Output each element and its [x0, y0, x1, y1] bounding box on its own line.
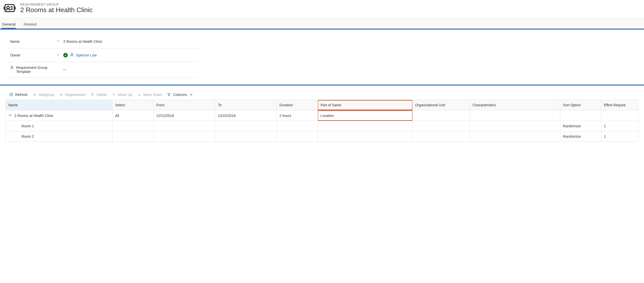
cell-effort[interactable] [601, 110, 638, 121]
tab-related[interactable]: Related [23, 21, 37, 29]
cell-effort[interactable]: 1 [601, 121, 638, 131]
required-indicator: * [57, 39, 61, 44]
name-label: Name [10, 39, 19, 44]
col-header-select[interactable]: Select [113, 100, 154, 110]
tab-bar: General Related [0, 18, 644, 29]
columns-button[interactable]: Columns [167, 93, 193, 97]
row-expand-toggle[interactable]: 2 Rooms at Health Clinic [8, 113, 53, 118]
table-row[interactable]: Room 2 Randomize 1 [6, 131, 638, 142]
move-down-label: Move Down [143, 93, 162, 97]
form-section: Name * 2 Rooms at Health Clinic Owner * … [0, 30, 644, 85]
plus-icon [33, 93, 37, 97]
required-indicator: * [57, 53, 61, 57]
template-label: Requirement Group Template [16, 66, 55, 74]
refresh-label: Refresh [15, 93, 28, 97]
cell-to[interactable]: 12/22/2018 [215, 110, 277, 121]
cell-org-unit[interactable] [412, 121, 470, 131]
field-template: Requirement Group Template --- [6, 62, 198, 77]
cell-part-of-same[interactable]: Location [318, 110, 413, 121]
col-header-to[interactable]: To [215, 100, 277, 110]
cell-select[interactable] [113, 131, 154, 142]
template-value: --- [61, 64, 198, 75]
cell-to[interactable] [215, 121, 277, 131]
cell-org-unit[interactable] [412, 131, 470, 142]
chevron-down-icon [8, 113, 12, 118]
col-header-name[interactable]: Name [6, 100, 113, 110]
requirement-label: Requirement [65, 93, 85, 97]
col-header-sort-option[interactable]: Sort Option [560, 100, 601, 110]
cell-effort[interactable]: 1 [601, 131, 638, 142]
col-header-part-of-same[interactable]: Part of Same [318, 100, 413, 110]
svg-point-5 [71, 53, 73, 55]
section-divider [0, 85, 644, 86]
cell-characteristics[interactable] [470, 131, 560, 142]
trash-icon [91, 93, 95, 97]
col-header-characteristics[interactable]: Characteristics [470, 100, 560, 110]
entity-icon [4, 2, 16, 14]
col-header-org-unit[interactable]: Organizational Unit [412, 100, 470, 110]
plus-icon [59, 93, 63, 97]
cell-select[interactable]: All [113, 110, 154, 121]
grid-header-row: Name Select From To Duration Part of Sam… [6, 100, 638, 110]
delete-button[interactable]: Delete [91, 93, 107, 97]
cell-sort-option[interactable]: Randomize [560, 121, 601, 131]
owner-link[interactable]: Spencer Low [76, 53, 97, 57]
person-icon [70, 53, 74, 57]
delete-label: Delete [97, 93, 107, 97]
arrow-up-icon [112, 93, 116, 97]
filter-icon [167, 93, 171, 97]
col-header-from[interactable]: From [154, 100, 215, 110]
row-name: 2 Rooms at Health Clinic [14, 114, 53, 118]
move-down-button[interactable]: Move Down [137, 93, 162, 97]
tab-general[interactable]: General [2, 21, 16, 29]
table-row[interactable]: Room 1 Randomize 1 [6, 121, 638, 131]
cell-from[interactable] [154, 121, 215, 131]
cell-part-of-same[interactable] [318, 121, 413, 131]
cell-duration[interactable] [277, 121, 318, 131]
presence-icon [63, 53, 68, 57]
columns-label: Columns [173, 93, 187, 97]
cell-to[interactable] [215, 131, 277, 142]
entity-type-label: REQUIREMENT GROUP [20, 3, 93, 6]
field-name: Name * 2 Rooms at Health Clinic [6, 35, 198, 48]
cell-characteristics[interactable] [470, 110, 560, 121]
cell-duration[interactable]: 2 hours [277, 110, 318, 121]
row-name[interactable]: Room 1 [6, 121, 113, 131]
cell-org-unit[interactable] [412, 110, 470, 121]
arrow-down-icon [137, 93, 141, 97]
lock-icon [10, 66, 14, 70]
subgroup-label: Subgroup [39, 93, 54, 97]
move-up-label: Move Up [118, 93, 132, 97]
col-header-duration[interactable]: Duration [277, 100, 318, 110]
requirement-button[interactable]: Requirement [59, 93, 85, 97]
col-header-effort[interactable]: Effort Require [601, 100, 638, 110]
owner-label: Owner [10, 53, 20, 57]
cell-from[interactable]: 12/12/2018 [154, 110, 215, 121]
refresh-button[interactable]: Refresh [9, 93, 28, 97]
chevron-down-icon [189, 93, 193, 97]
grid-toolbar: Refresh Subgroup Requirement Delete [6, 90, 638, 100]
svg-rect-6 [11, 67, 13, 69]
cell-duration[interactable] [277, 131, 318, 142]
cell-select[interactable] [113, 121, 154, 131]
row-name[interactable]: Room 2 [6, 131, 113, 142]
cell-part-of-same[interactable] [318, 131, 413, 142]
page-header: REQUIREMENT GROUP 2 Rooms at Health Clin… [0, 0, 644, 18]
field-owner: Owner * Spencer Low [6, 48, 198, 62]
cell-from[interactable] [154, 131, 215, 142]
move-up-button[interactable]: Move Up [112, 93, 132, 97]
cell-characteristics[interactable] [470, 121, 560, 131]
table-row[interactable]: 2 Rooms at Health Clinic All 12/12/2018 … [6, 110, 638, 121]
page-title: 2 Rooms at Health Clinic [20, 6, 93, 14]
cell-sort-option[interactable]: Randomize [560, 131, 601, 142]
name-value[interactable]: 2 Rooms at Health Clinic [61, 36, 198, 47]
cell-sort-option[interactable] [560, 110, 601, 121]
subgroup-button[interactable]: Subgroup [33, 93, 54, 97]
refresh-icon [9, 93, 13, 97]
requirements-grid: Name Select From To Duration Part of Sam… [0, 100, 644, 152]
